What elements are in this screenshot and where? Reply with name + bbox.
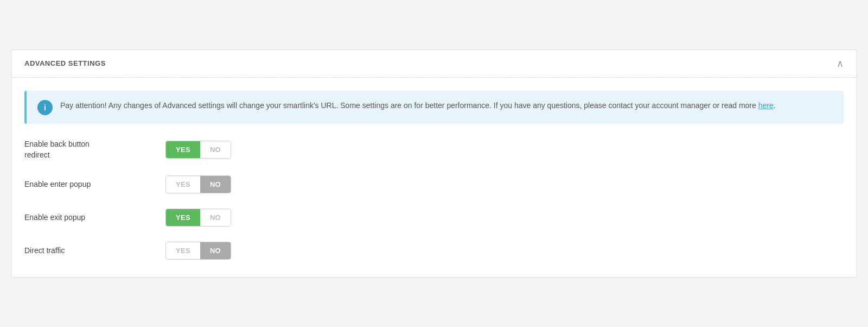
enter-popup-no[interactable]: NO (200, 176, 231, 193)
back-button-no[interactable]: NO (200, 141, 231, 158)
enter-popup-toggle: YES NO (165, 175, 231, 193)
info-box: i Pay attention! Any changes of Advanced… (24, 91, 844, 124)
back-button-toggle: YES NO (165, 141, 231, 159)
direct-traffic-yes[interactable]: YES (166, 242, 200, 259)
setting-exit-popup-row: Enable exit popup YES NO (24, 209, 844, 227)
advanced-settings-panel: ADVANCED SETTINGS ∧ i Pay attention! Any… (11, 49, 857, 278)
exit-popup-yes[interactable]: YES (166, 209, 200, 226)
setting-enter-popup-row: Enable enter popup YES NO (24, 175, 844, 193)
setting-back-button-label: Enable back buttonredirect (24, 139, 165, 160)
exit-popup-no[interactable]: NO (200, 209, 231, 226)
panel-body: i Pay attention! Any changes of Advanced… (11, 78, 857, 277)
exit-popup-toggle: YES NO (165, 209, 231, 227)
setting-direct-traffic-label: Direct traffic (24, 246, 165, 256)
setting-exit-popup-label: Enable exit popup (24, 212, 165, 223)
info-text-before-link: Pay attention! Any changes of Advanced s… (60, 101, 758, 110)
panel-title: ADVANCED SETTINGS (24, 59, 106, 67)
setting-enter-popup-label: Enable enter popup (24, 179, 165, 190)
direct-traffic-no[interactable]: NO (200, 242, 231, 259)
collapse-icon[interactable]: ∧ (837, 59, 844, 68)
panel-header: ADVANCED SETTINGS ∧ (11, 50, 857, 78)
info-icon: i (37, 100, 53, 115)
direct-traffic-toggle: YES NO (165, 242, 231, 260)
back-button-yes[interactable]: YES (166, 141, 200, 158)
setting-back-button-row: Enable back buttonredirect YES NO (24, 139, 844, 160)
info-text-after-link: . (774, 101, 776, 110)
info-link[interactable]: here (758, 101, 774, 110)
enter-popup-yes[interactable]: YES (166, 176, 200, 193)
setting-direct-traffic-row: Direct traffic YES NO (24, 242, 844, 260)
info-text: Pay attention! Any changes of Advanced s… (60, 99, 776, 111)
